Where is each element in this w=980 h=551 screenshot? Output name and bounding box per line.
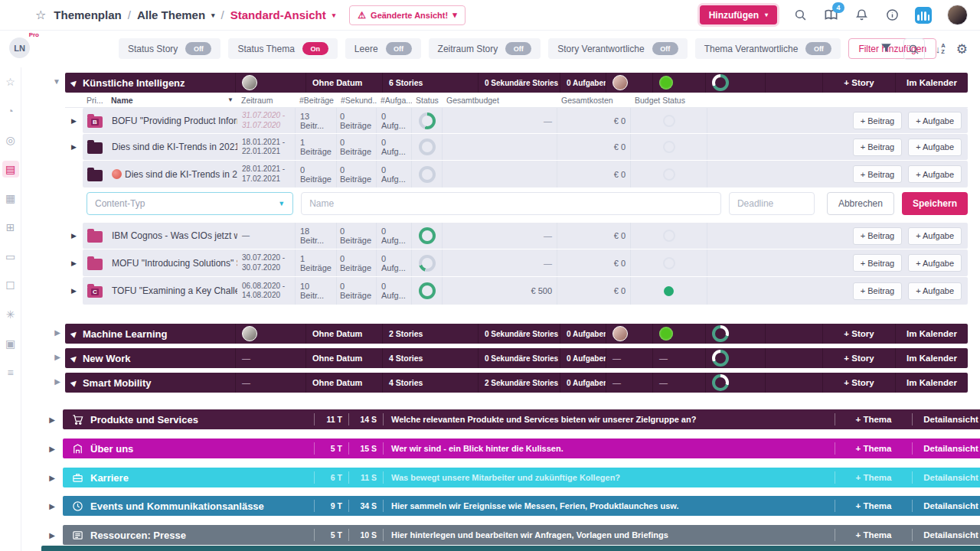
story-name[interactable]: Dies sind die KI-Trends in 2021 [107,134,237,160]
sidebar-item-briefcase[interactable]: ▣ [2,335,19,352]
add-contribution-button[interactable]: + Beitrag [853,227,902,245]
column-beitraege[interactable]: #Beiträge [296,96,337,105]
owner-avatar[interactable] [242,75,257,90]
column-sekundaere[interactable]: #Sekund... [337,96,377,105]
app-launcher-icon[interactable] [915,7,932,24]
sidebar-item-content-plan[interactable]: ▤ [2,161,19,178]
favorite-star-icon[interactable]: ☆ [35,8,46,22]
user-avatar[interactable] [947,5,968,25]
add-theme-button[interactable]: + Thema [835,530,912,540]
add-task-button[interactable]: + Aufgabe [908,139,962,156]
toggle-off[interactable]: Off [652,42,678,55]
sidebar-item-dashboard[interactable]: ◔ [2,103,19,119]
calendar-view-button[interactable]: Im Kalender [896,73,968,93]
collapse-icon[interactable]: ▼ [51,77,63,86]
section-bar[interactable]: Über uns 5 T 15 S Wer wir sind - ein Bli… [63,439,980,458]
chevron-down-icon[interactable]: ▾ [211,11,215,19]
theme-group-smart-mobility[interactable]: ▶ Smart Mobility — Ohne Datum 4 Stories … [65,373,968,393]
story-name[interactable]: BOFU "Providing Product Information" Sto… [107,108,237,133]
sidebar-item-network[interactable]: ✳ [2,306,19,323]
column-status[interactable]: Status [412,96,443,105]
column-budget-status[interactable]: Budget Status [631,96,707,105]
breadcrumb-level1[interactable]: Alle Themen [137,8,205,21]
story-name[interactable]: TOFU "Examining a Key Challenge" Story [107,277,237,305]
cancel-button[interactable]: Abbrechen [827,192,894,215]
breadcrumb-root[interactable]: Themenplan [54,8,121,21]
filter-status-thema[interactable]: Status Thema On [228,38,337,59]
filter-leere[interactable]: Leere Off [345,38,421,59]
save-button[interactable]: Speichern [902,192,968,215]
story-name[interactable]: Dies sind die KI-Trends in 2021 [107,161,237,187]
story-name[interactable]: IBM Cognos - Was CIOs jetzt wissen müsse… [107,223,237,249]
responsible-avatar[interactable] [612,75,628,90]
add-task-button[interactable]: + Aufgabe [908,282,962,300]
toggle-on[interactable]: On [302,42,328,55]
sort-desc-icon[interactable]: ▼ [227,96,234,103]
section-bar[interactable]: Produkte und Services 11 T 14 S Welche r… [63,409,980,429]
expand-icon[interactable]: ▶ [65,108,83,133]
chevron-down-icon[interactable]: ▾ [332,11,336,19]
expand-icon[interactable]: ▶ [41,531,63,540]
expand-icon[interactable]: ▶ [41,502,63,510]
group-title[interactable]: New Work [83,353,131,364]
filter-zeitraum-story[interactable]: Zeitraum Story Off [429,38,541,59]
theme-group-kuenstliche-intelligenz[interactable]: ▶ Künstliche Intelligenz Ohne Datum 6 St… [65,73,968,93]
section-bar[interactable]: Karriere 6 T 11 S Was bewegt unsere Mita… [63,468,980,487]
add-story-button[interactable]: + Story [823,73,896,93]
column-gesamtbudget[interactable]: Gesamtbudget [443,96,557,105]
sidebar-item-presentation[interactable]: ▭ [2,248,19,265]
add-button[interactable]: Hinzufügen ▾ [700,5,777,24]
search-icon[interactable] [792,8,808,23]
toggle-off[interactable]: Off [185,42,211,55]
column-zeitraum[interactable]: Zeitraum [237,96,296,105]
add-task-button[interactable]: + Aufgabe [908,112,962,129]
add-contribution-button[interactable]: + Beitrag [853,112,902,129]
expand-icon[interactable]: ▶ [41,416,63,424]
add-contribution-button[interactable]: + Beitrag [853,254,902,272]
add-contribution-button[interactable]: + Beitrag [853,282,902,300]
sidebar-item-favorites[interactable]: ☆ [2,73,19,90]
sidebar-item-board[interactable]: ⊞ [2,219,19,236]
column-name[interactable]: Name ▼ [107,96,237,105]
section-bar[interactable]: Events und Kommunikationsanlässe 9 T 34 … [63,496,980,516]
group-title[interactable]: Machine Learning [83,328,168,340]
gear-icon[interactable]: ⚙ [956,43,968,56]
expand-icon[interactable]: ▶ [65,249,83,276]
expand-icon[interactable]: ▶ [51,377,64,386]
add-theme-button[interactable]: + Thema [835,473,912,482]
add-task-button[interactable]: + Aufgabe [908,227,962,245]
toggle-off[interactable]: Off [386,42,412,55]
filter-funnel-icon[interactable] [880,41,893,57]
add-task-button[interactable]: + Aufgabe [908,165,962,183]
group-title[interactable]: Künstliche Intelligenz [83,77,185,89]
add-story-button[interactable]: + Story [823,373,896,393]
add-story-button[interactable]: + Story [823,324,896,344]
add-theme-button[interactable]: + Thema [835,501,912,510]
group-title[interactable]: Smart Mobility [83,377,152,389]
add-contribution-button[interactable]: + Beitrag [853,139,902,156]
add-theme-button[interactable]: + Thema [835,444,912,453]
sidebar-item-archive[interactable]: ☐ [2,277,19,294]
theme-group-new-work[interactable]: ▶ New Work — Ohne Datum 4 Stories 0 Seku… [65,348,968,368]
workspace-logo[interactable]: LN Pro [9,37,30,58]
expand-icon[interactable]: ▶ [41,474,63,482]
detail-view-button[interactable]: Detailansicht [913,501,980,510]
expand-icon[interactable]: ▶ [51,328,64,337]
section-bar[interactable]: Ressourcen: Presse 5 T 10 S Hier hinterl… [63,525,980,545]
info-icon[interactable] [884,8,900,23]
detail-view-button[interactable]: Detailansicht [913,473,980,482]
theme-group-machine-learning[interactable]: ▶ Machine Learning Ohne Datum 2 Stories … [65,324,968,344]
sort-icon[interactable]: ↓ AZ [936,43,946,55]
bell-icon[interactable] [854,8,869,23]
calendar-view-button[interactable]: Im Kalender [896,324,968,344]
sidebar-item-tasks[interactable]: ◎ [2,132,19,148]
column-aufgaben[interactable]: #Aufga... [377,96,412,105]
content-type-select[interactable]: Content-Typ ▼ [87,192,293,215]
name-input[interactable] [301,192,721,215]
responsible-avatar[interactable] [612,326,628,341]
add-task-button[interactable]: + Aufgabe [908,254,962,272]
toggle-off[interactable]: Off [805,42,831,55]
breadcrumb-view[interactable]: Standard-Ansicht [230,8,326,21]
changed-view-button[interactable]: ⚠ Geänderte Ansicht! ▾ [349,5,465,25]
sidebar-item-calendar[interactable]: ▦ [2,190,19,207]
